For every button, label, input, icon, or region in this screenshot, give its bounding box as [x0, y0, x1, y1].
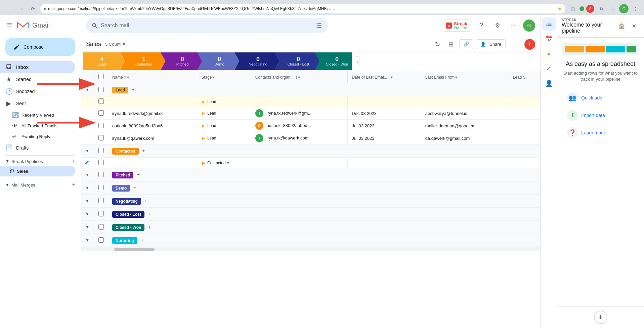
closed-lost-group-cb[interactable]: [98, 211, 104, 216]
col-lead-s[interactable]: Lead S: [509, 71, 540, 83]
edit-icon[interactable]: [85, 160, 89, 165]
closed-won-expand-btn[interactable]: ▼: [85, 224, 90, 230]
add-closed-lost-btn[interactable]: +: [146, 210, 153, 218]
add-pipeline-icon[interactable]: +: [72, 158, 75, 164]
help-button[interactable]: ?: [475, 19, 488, 32]
bookmark-btn[interactable]: ⧉: [596, 4, 606, 13]
c-row1-contacts[interactable]: [251, 158, 347, 168]
row4-expand[interactable]: [81, 132, 94, 145]
refresh-pipeline-btn[interactable]: ↻: [432, 39, 443, 50]
add-negotiating-btn[interactable]: +: [142, 197, 149, 205]
row3-contacts[interactable]: O outlook_88092aa5ed...: [251, 120, 347, 132]
lead-group-checkbox[interactable]: [94, 83, 108, 96]
panel-home-btn[interactable]: 🏠: [616, 21, 627, 32]
rs-pipeline-btn[interactable]: [542, 17, 556, 31]
row3-name[interactable]: outlook_88092aa5ed2ba6: [108, 120, 197, 132]
negotiating-group-checkbox[interactable]: [94, 195, 108, 208]
closed-lost-group-checkbox[interactable]: [94, 208, 108, 221]
row4-name[interactable]: iryna.tk@qawerk.com: [108, 132, 197, 145]
closed-lost-badge[interactable]: Closed - Lost: [112, 211, 144, 218]
closed-won-group-checkbox[interactable]: [94, 221, 108, 234]
pitched-group-checkbox[interactable]: [94, 168, 108, 181]
c-row1-date[interactable]: [348, 158, 421, 168]
sidebar-subitem-all-tracked-emails[interactable]: 👁 All Tracked Emails: [0, 120, 75, 131]
negotiating-badge[interactable]: Negotiating: [112, 198, 141, 205]
hamburger-menu[interactable]: ☰: [5, 20, 13, 30]
demo-group-cb[interactable]: [98, 185, 104, 190]
c-row1-expand[interactable]: [81, 158, 94, 168]
panel-import-data[interactable]: ⬆ Import data: [562, 107, 639, 124]
demo-expand-btn[interactable]: ▼: [85, 185, 90, 191]
c-row1-stage[interactable]: ► Contacted ▾: [197, 158, 251, 168]
link-btn[interactable]: 🔗: [459, 39, 473, 49]
contacted-expand-btn[interactable]: ▼: [85, 148, 90, 154]
row1-lead-s[interactable]: [509, 96, 540, 107]
select-all-checkbox[interactable]: [98, 74, 104, 79]
add-closed-won-btn[interactable]: +: [146, 223, 153, 231]
stage-closed-won[interactable]: 0 Closed - Won: [315, 52, 352, 70]
horizontal-scrollbar[interactable]: [81, 247, 541, 251]
row4-lead-s[interactable]: [509, 132, 540, 145]
contacts-filter-icon[interactable]: ▾: [298, 75, 300, 80]
lead-group-cb[interactable]: [98, 87, 104, 92]
compose-button[interactable]: Compose: [5, 38, 75, 56]
row4-last-email[interactable]: qa.qawerk@gmail.com: [421, 132, 509, 145]
row1-date[interactable]: [348, 96, 421, 107]
refresh-button[interactable]: ⟳: [28, 4, 38, 13]
row4-date[interactable]: Jul 03 2023: [348, 132, 421, 145]
user-avatar[interactable]: G: [523, 19, 535, 32]
closed-lost-group-expand[interactable]: ▼: [81, 208, 94, 221]
c-row1-checkbox[interactable]: [98, 160, 104, 165]
extensions-btn[interactable]: ◫: [568, 4, 577, 13]
sidebar-item-inbox[interactable]: Inbox: [0, 61, 75, 73]
row1-last-email[interactable]: [421, 96, 509, 107]
pitched-expand-btn[interactable]: ▼: [85, 172, 90, 178]
lead-expand-btn[interactable]: ▼: [85, 87, 90, 93]
nurturing-badge[interactable]: Nurturing: [112, 237, 137, 244]
row1-name[interactable]: [108, 96, 197, 107]
row2-lead-s[interactable]: [509, 107, 540, 120]
stage-nav-next[interactable]: ›: [355, 56, 359, 67]
closed-lost-expand-btn[interactable]: ▼: [85, 211, 90, 217]
nurturing-group-checkbox[interactable]: [94, 234, 108, 247]
c-row1-lead-s[interactable]: [509, 158, 540, 168]
stage-negotiating[interactable]: 0 Negotiating: [234, 52, 275, 70]
stage-pitched[interactable]: 0 Pitched: [161, 52, 198, 70]
rs-calendar-btn[interactable]: 📅: [542, 32, 556, 46]
row4-cb[interactable]: [94, 132, 108, 145]
nurturing-group-expand[interactable]: ▼: [81, 234, 94, 247]
row3-last-email[interactable]: mailer-daemon@googlem: [421, 120, 509, 132]
row1-stage[interactable]: ► Lead: [197, 96, 251, 107]
row4-contacts[interactable]: I iryna.tk@qawerk.com: [251, 132, 347, 145]
col-contacts[interactable]: Contacts and organi... ↕ ▾: [251, 71, 347, 83]
row2-stage[interactable]: ► Lead: [197, 107, 251, 120]
add-demo-btn[interactable]: +: [131, 184, 138, 192]
row2-name[interactable]: iryna.tk.redwerk@gmail.cc: [108, 107, 197, 120]
user-avatar-btn[interactable]: [619, 4, 629, 13]
rs-person-btn[interactable]: 👤: [542, 77, 556, 90]
row2-date[interactable]: Dec 08 2023: [348, 107, 421, 120]
row2-checkbox[interactable]: [98, 110, 104, 116]
name-filter-icon[interactable]: ▾: [127, 75, 129, 80]
demo-group-checkbox[interactable]: [94, 181, 108, 195]
c-row1-cb[interactable]: [94, 158, 108, 168]
row2-expand[interactable]: [81, 107, 94, 120]
add-panel-btn[interactable]: +: [594, 311, 607, 324]
nurturing-expand-btn[interactable]: ▼: [85, 237, 90, 243]
contacted-group-expand[interactable]: ▼: [81, 145, 94, 158]
lead-badge[interactable]: Lead: [112, 87, 128, 93]
download-btn[interactable]: ⇓: [608, 4, 617, 13]
demo-group-expand[interactable]: ▼: [81, 181, 94, 195]
forward-button[interactable]: →: [16, 4, 26, 13]
search-box[interactable]: [86, 18, 328, 33]
row3-date[interactable]: Jul 03 2023: [348, 120, 421, 132]
sidebar-item-drafts[interactable]: 📄 Drafts: [0, 142, 75, 154]
c-row1-dropdown-icon[interactable]: ▾: [227, 161, 229, 165]
sidebar-subitem-recently-viewed[interactable]: 🔄 Recently Viewed: [0, 110, 75, 120]
negotiating-expand-btn[interactable]: ▼: [85, 198, 90, 204]
rs-check-btn[interactable]: ✓: [542, 62, 556, 75]
share-btn[interactable]: 👤+ Share: [476, 39, 506, 49]
user-badge[interactable]: S: [586, 5, 594, 13]
row1-cb[interactable]: [94, 96, 108, 107]
c-row1-name[interactable]: [108, 158, 197, 168]
